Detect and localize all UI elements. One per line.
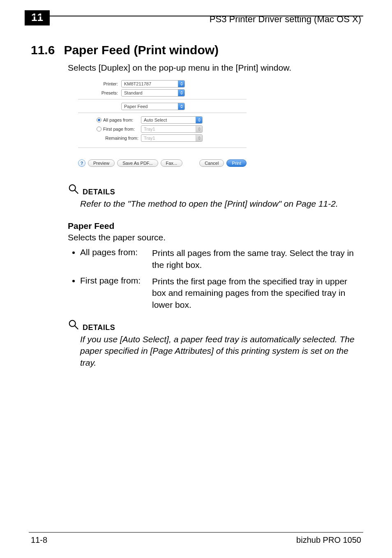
footer-rule [29,532,363,533]
chapter-number-tab: 11 [25,10,50,25]
dropdown-arrows-icon [178,103,184,110]
first-page-value: Tray1 [141,127,196,131]
presets-value: Standard [122,90,178,95]
magnifier-icon [68,183,79,196]
printer-select[interactable]: KM8T211787 [121,80,185,88]
print-button[interactable]: Print [226,159,247,167]
details-text: If you use [Auto Select], a paper feed t… [80,334,363,369]
section-title: Paper Feed (Print window) [64,43,219,57]
svg-point-0 [69,185,76,191]
magnifier-icon [68,319,79,332]
list-item: All pages from: Prints all pages from th… [80,247,363,271]
details-heading: DETAILS [83,188,115,196]
first-page-label: First page from: [103,127,141,131]
section-lead: Selects [Duplex] on the pop-up menu in t… [68,63,363,73]
presets-label: Presets: [78,90,121,95]
svg-line-3 [75,326,78,329]
page-number: 11-8 [31,535,47,545]
remaining-select[interactable]: Tray1 [141,134,203,142]
paperfeed-desc: Selects the paper source. [68,233,363,242]
first-page-radio[interactable] [97,127,101,131]
svg-point-2 [69,321,76,327]
option-term: All pages from: [80,247,152,257]
dropdown-arrows-icon [178,89,184,97]
dropdown-arrows-icon [178,80,184,88]
option-term: First page from: [80,276,152,286]
all-pages-select[interactable]: Auto Select [141,116,203,124]
fax-button[interactable]: Fax... [161,159,183,167]
details-heading: DETAILS [83,323,115,332]
presets-select[interactable]: Standard [121,89,185,97]
divider [78,148,247,148]
remaining-label: Remaining from: [103,136,141,141]
help-button[interactable]: ? [78,159,85,167]
list-item: First page from: Prints the first page f… [80,276,363,311]
dropdown-arrows-icon [196,116,202,124]
printer-value: KM8T211787 [122,81,178,86]
panel-value: Paper Feed [122,104,178,109]
details-text: Refer to the "The method to open the [Pr… [80,198,363,210]
option-definition: Prints the first page from the specified… [152,276,363,311]
dropdown-arrows-icon [196,134,202,142]
divider [78,113,247,113]
save-as-pdf-button[interactable]: Save As PDF... [117,159,158,167]
product-name: bizhub PRO 1050 [296,535,361,545]
printer-label: Printer: [78,81,121,86]
first-page-select[interactable]: Tray1 [141,125,203,133]
all-pages-value: Auto Select [141,118,196,122]
cancel-button[interactable]: Cancel [199,159,224,167]
svg-line-1 [75,190,78,194]
divider [78,99,247,99]
header-title: PS3 Printer Driver setting (Mac OS X) [210,14,361,25]
print-dialog: Printer: KM8T211787 Presets: Standard [78,80,247,167]
all-pages-radio[interactable] [97,118,101,122]
all-pages-label: All pages from: [103,118,141,122]
remaining-value: Tray1 [141,136,196,141]
option-definition: Prints all pages from the same tray. Sel… [152,247,363,271]
preview-button[interactable]: Preview [88,159,115,167]
section-number: 11.6 [31,43,55,57]
dropdown-arrows-icon [196,125,202,133]
panel-select[interactable]: Paper Feed [121,103,185,110]
paperfeed-heading: Paper Feed [68,221,363,231]
